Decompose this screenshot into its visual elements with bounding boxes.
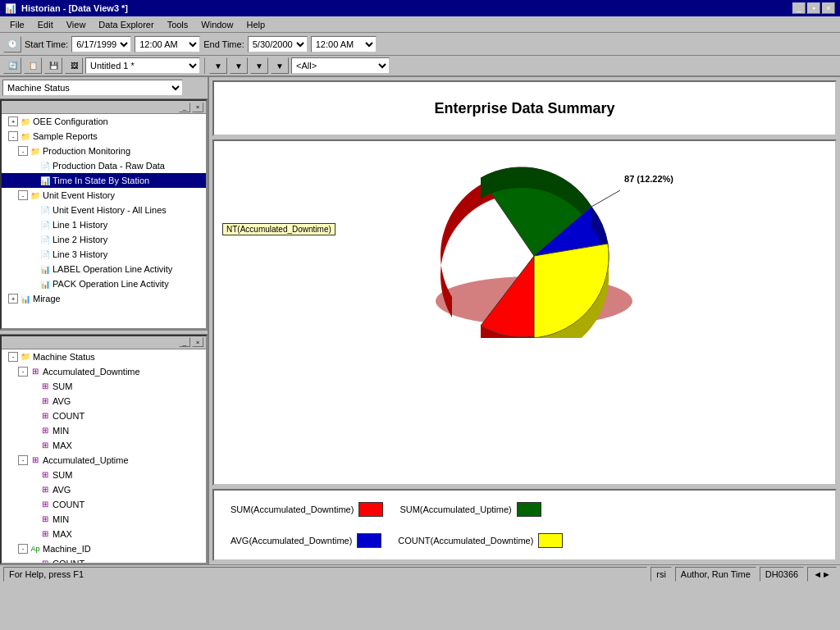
tree-node-line2[interactable]: 📄 Line 2 History [2, 232, 206, 247]
pack-op-icon: 📊 [39, 279, 51, 289]
filter-btn-3[interactable]: ▼ [250, 57, 268, 74]
menu-tools[interactable]: Tools [161, 18, 195, 31]
tooltip-4: NT(Accumulated_Downtime) [222, 223, 336, 235]
menu-edit[interactable]: Edit [31, 18, 60, 31]
legend-item-4: COUNT(Accumulated_Downtime) [398, 533, 563, 548]
line3-icon: 📄 [39, 249, 51, 259]
end-time-combo[interactable]: 12:00 AM [311, 36, 377, 52]
ms-folder-icon: 📁 [20, 352, 31, 362]
filter-combo[interactable]: <All> [291, 57, 390, 74]
tree2-acc-up[interactable]: - ⊞ Accumulated_Uptime [2, 453, 206, 468]
tb-btn-4[interactable]: 🖼 [65, 57, 83, 74]
tree-node-oee[interactable]: + 📁 OEE Configuration [2, 114, 206, 129]
tree2-sum1[interactable]: ⊞ SUM [2, 379, 206, 394]
tree-node-sample[interactable]: - 📁 Sample Reports [2, 129, 206, 144]
sample-folder-icon: 📁 [20, 131, 31, 141]
filter-btn-1[interactable]: ▼ [209, 57, 227, 74]
tree-node-line3[interactable]: 📄 Line 3 History [2, 247, 206, 262]
ms-expand[interactable]: - [8, 352, 18, 362]
acc-up-icon: ⊞ [30, 455, 41, 465]
status-scroll[interactable]: ◄► [807, 567, 837, 582]
pie-label: 87 (12.22%) [624, 174, 673, 184]
minimize-button[interactable]: _ [792, 2, 806, 14]
count1-icon: ⊞ [39, 411, 51, 421]
tree-node-pack-op[interactable]: 📊 PACK Operation Line Activity [2, 276, 206, 291]
tree-node-event-all[interactable]: 📄 Unit Event History - All Lines [2, 203, 206, 217]
title-bar: 📊 Historian - [Data View3 *] _ ▪ × [0, 0, 840, 16]
close-button[interactable]: × [822, 2, 835, 14]
min2-icon: ⊞ [39, 514, 51, 524]
legend-item-2: SUM(Accumulated_Uptime) [399, 502, 541, 517]
legend-color-4 [538, 533, 563, 548]
start-time-combo[interactable]: 12:00 AM [135, 36, 200, 52]
view-name-combo[interactable]: Untitled 1 * [85, 57, 200, 74]
sample-expand[interactable]: - [8, 131, 18, 141]
main-area: Machine Status _ × + 📁 OEE Configuration [0, 77, 840, 564]
acc-down-icon: ⊞ [30, 367, 41, 377]
tree2-avg1[interactable]: ⊞ AVG [2, 394, 206, 409]
tb-btn-2[interactable]: 📋 [24, 57, 42, 74]
acc-down-expand[interactable]: - [18, 367, 28, 377]
mirage-icon: 📊 [20, 294, 31, 304]
tree-node-mirage[interactable]: + 📊 Mirage [2, 291, 206, 306]
end-date-combo[interactable]: 5/30/2000 [248, 36, 308, 52]
tree2-count1[interactable]: ⊞ COUNT [2, 409, 206, 423]
tag-selector-combo[interactable]: Machine Status [2, 80, 183, 96]
count3-icon: ⊞ [39, 559, 51, 564]
tree2-machine-id[interactable]: - Ap Machine_ID [2, 541, 206, 556]
tree-node-unit-hist[interactable]: - 📁 Unit Event History [2, 188, 206, 203]
tree-panel-1-header: _ × [2, 101, 206, 114]
tb-btn-3[interactable]: 💾 [44, 57, 62, 74]
tree-node-label-op[interactable]: 📊 LABEL Operation Line Activity [2, 262, 206, 276]
tree-node-prod-mon[interactable]: - 📁 Production Monitoring [2, 144, 206, 158]
tree2-machine-status[interactable]: - 📁 Machine Status [2, 349, 206, 364]
filter-btn-4[interactable]: ▼ [271, 57, 289, 74]
tree2-max1[interactable]: ⊞ MAX [2, 438, 206, 453]
tree2-max2[interactable]: ⊞ MAX [2, 527, 206, 541]
oee-expand[interactable]: + [8, 116, 18, 126]
chart-title-box: Enterprise Data Summary [212, 80, 837, 136]
tb-btn-1[interactable]: 🔄 [3, 57, 21, 74]
tree-node-prod-raw[interactable]: 📄 Production Data - Raw Data [2, 158, 206, 173]
acc-up-expand[interactable]: - [18, 455, 28, 465]
tree-node-time-state[interactable]: 📊 Time In State By Station [2, 173, 206, 188]
tree2-sum2[interactable]: ⊞ SUM [2, 468, 206, 482]
mirage-expand[interactable]: + [8, 294, 18, 304]
avg2-icon: ⊞ [39, 485, 51, 495]
event-all-icon: 📄 [39, 205, 51, 215]
status-help: For Help, press F1 [3, 567, 647, 582]
prodmon-expand[interactable]: - [18, 146, 28, 156]
tree-node-line1[interactable]: 📄 Line 1 History [2, 217, 206, 232]
tree2-count2[interactable]: ⊞ COUNT [2, 497, 206, 512]
legend-label-2: SUM(Accumulated_Uptime) [399, 504, 511, 514]
tree2-avg2[interactable]: ⊞ AVG [2, 482, 206, 497]
toolbar-icon-1[interactable]: 🕐 [3, 36, 21, 52]
tree2-min2[interactable]: ⊞ MIN [2, 512, 206, 527]
left-panel: Machine Status _ × + 📁 OEE Configuration [0, 77, 209, 564]
restore-button[interactable]: ▪ [807, 2, 820, 14]
menu-file[interactable]: File [3, 18, 31, 31]
status-author: Author, Run Time [675, 567, 756, 582]
tree2-min1[interactable]: ⊞ MIN [2, 423, 206, 438]
tree-1-content: + 📁 OEE Configuration - 📁 Sample Reports… [2, 114, 206, 328]
machine-id-expand[interactable]: - [18, 544, 28, 554]
menu-view[interactable]: View [60, 18, 93, 31]
tree-2-minimize[interactable]: _ [179, 337, 190, 347]
window-controls: _ ▪ × [792, 2, 835, 14]
end-time-label: End Time: [203, 39, 244, 49]
tree-2-close[interactable]: × [192, 337, 203, 347]
tree2-acc-down[interactable]: - ⊞ Accumulated_Downtime [2, 364, 206, 379]
menu-window[interactable]: Window [194, 18, 240, 31]
tree-1-close[interactable]: × [192, 103, 203, 112]
pie-chart-container: 87 (12.22%) [403, 158, 665, 340]
filter-btn-2[interactable]: ▼ [230, 57, 248, 74]
unit-hist-expand[interactable]: - [18, 190, 28, 200]
line2-icon: 📄 [39, 235, 51, 244]
menu-data-explorer[interactable]: Data Explorer [92, 18, 160, 31]
oee-folder-icon: 📁 [20, 116, 31, 126]
legend-color-2 [517, 502, 541, 517]
start-date-combo[interactable]: 6/17/1999 [71, 36, 131, 52]
tree-1-minimize[interactable]: _ [179, 103, 190, 112]
tree2-count3[interactable]: ⊞ COUNT [2, 556, 206, 564]
menu-help[interactable]: Help [240, 18, 272, 31]
